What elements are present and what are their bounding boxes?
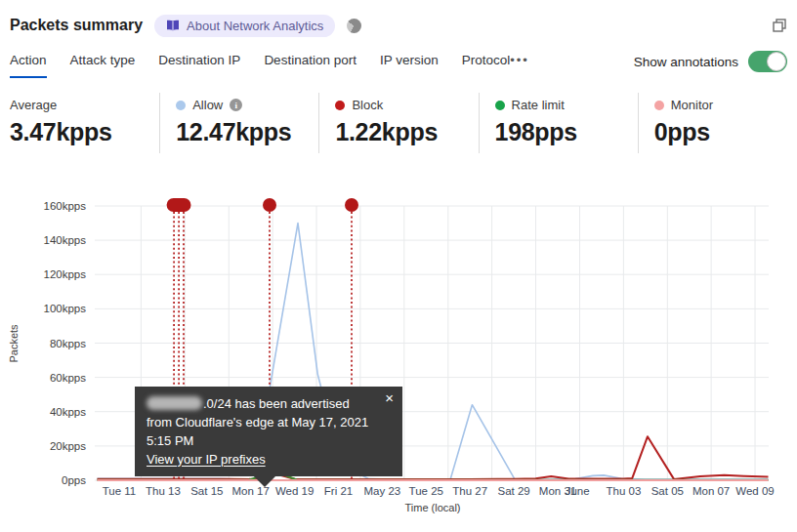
stat-label: Monitor	[671, 98, 713, 112]
stat-label-row: Monitor	[654, 98, 797, 112]
y-tick-label: 0pps	[62, 474, 86, 486]
stat-label: Block	[352, 98, 383, 112]
x-tick-label: Tue 25	[409, 485, 443, 497]
stat-value: 12.47kpps	[176, 118, 318, 146]
annotations-toggle-group: Show annotations	[634, 49, 787, 72]
legend-dot-icon	[176, 101, 186, 110]
annotation-tooltip: × .0/24 has been advertised from Cloudfl…	[135, 387, 402, 476]
show-annotations-toggle[interactable]	[748, 51, 787, 72]
chart-area: 0pps20kpps40kpps60kpps80kpps100kpps120kp…	[0, 181, 797, 532]
stat-label-row: Rate limit	[495, 98, 638, 112]
stat-label: Allow	[192, 98, 223, 112]
x-tick-label: Tue 11	[103, 485, 137, 497]
tab-destination-port[interactable]: Destination port	[264, 49, 357, 78]
x-tick-label: Wed 19	[275, 485, 314, 497]
header: Packets summary About Network Analytics	[10, 10, 787, 41]
stat-monitor: Monitor0pps	[638, 93, 797, 153]
stat-value: 0pps	[654, 118, 797, 146]
stat-rate-limit: Rate limit198pps	[479, 93, 638, 153]
more-tabs-button[interactable]: •••	[510, 49, 529, 71]
stat-average: Average3.47kpps	[0, 93, 159, 153]
x-tick-label: Sat 29	[497, 485, 529, 497]
show-annotations-label: Show annotations	[634, 55, 738, 69]
tooltip-text: .0/24 has been advertised from Cloudflar…	[147, 395, 377, 451]
annotation-marker[interactable]	[345, 198, 358, 212]
redacted-ip-prefix	[147, 396, 202, 410]
y-tick-label: 160kpps	[44, 200, 87, 212]
tab-attack-type[interactable]: Attack type	[70, 49, 136, 78]
annotation-marker[interactable]	[263, 198, 276, 212]
x-tick-label: Wed 09	[735, 485, 774, 497]
stat-label: Average	[10, 98, 57, 112]
y-tick-label: 140kpps	[44, 234, 87, 246]
x-tick-label: Thu 03	[606, 485, 641, 497]
tab-action[interactable]: Action	[10, 49, 47, 78]
x-tick-label: May 23	[364, 485, 401, 497]
x-tick-label: Thu 13	[146, 485, 181, 497]
y-axis-title: Packets	[8, 324, 20, 363]
stat-allow: Allowi12.47kpps	[159, 93, 318, 153]
x-tick-label: Fri 21	[324, 485, 353, 497]
stat-label-row: Block	[335, 98, 478, 112]
book-icon	[166, 20, 180, 31]
y-tick-label: 80kpps	[50, 338, 86, 349]
popout-icon[interactable]	[772, 18, 787, 33]
legend-dot-icon	[654, 101, 664, 110]
stat-label-row: Allowi	[176, 98, 318, 112]
annotation-marker-cluster[interactable]	[167, 198, 191, 212]
x-tick-label: Thu 27	[452, 485, 487, 497]
tooltip-caret	[254, 476, 275, 487]
toggle-knob	[767, 52, 786, 71]
close-icon[interactable]: ×	[385, 390, 394, 405]
stat-label-row: Average	[10, 98, 159, 112]
y-tick-label: 20kpps	[50, 440, 86, 452]
x-tick-label: June	[566, 485, 590, 497]
y-tick-label: 120kpps	[44, 268, 87, 280]
tab-bar: ActionAttack typeDestination IPDestinati…	[10, 49, 787, 82]
tabs: ActionAttack typeDestination IPDestinati…	[10, 49, 510, 78]
stat-value: 3.47kpps	[10, 118, 159, 146]
packets-chart: 0pps20kpps40kpps60kpps80kpps100kpps120kp…	[0, 181, 797, 532]
stat-value: 198pps	[495, 118, 638, 146]
x-axis-title: Time (local)	[404, 502, 460, 513]
x-tick-label: Sat 05	[651, 485, 684, 497]
stat-value: 1.22kpps	[335, 118, 478, 146]
view-ip-prefixes-link[interactable]: View your IP prefixes	[147, 452, 266, 467]
x-tick-label: Mon 07	[692, 485, 730, 497]
x-tick-label: Sat 15	[190, 485, 223, 497]
legend-dot-icon	[335, 101, 345, 110]
info-icon[interactable]: i	[230, 99, 242, 111]
stat-label: Rate limit	[512, 98, 565, 112]
tab-protocol[interactable]: Protocol	[462, 49, 511, 78]
stats-row: Average3.47kppsAllowi12.47kppsBlock1.22k…	[0, 93, 797, 153]
badge-label: About Network Analytics	[187, 19, 323, 33]
y-tick-label: 60kpps	[50, 372, 86, 384]
y-tick-label: 40kpps	[50, 406, 86, 418]
stat-block: Block1.22kpps	[318, 93, 478, 153]
refresh-spinner-icon	[347, 19, 361, 33]
tab-destination-ip[interactable]: Destination IP	[158, 49, 240, 78]
y-tick-label: 100kpps	[44, 303, 87, 314]
legend-dot-icon	[495, 101, 505, 110]
tab-ip-version[interactable]: IP version	[380, 49, 439, 78]
about-network-analytics-badge[interactable]: About Network Analytics	[154, 15, 335, 37]
page-title: Packets summary	[10, 17, 143, 34]
packets-summary-panel: Packets summary About Network Analytics …	[0, 0, 797, 532]
